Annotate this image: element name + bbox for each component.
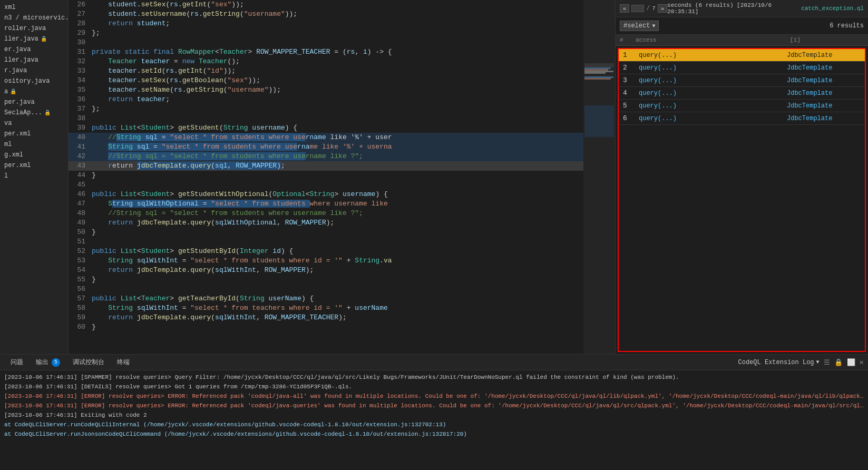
bottom-panel: 问题 输出 5 调试控制台 终端 CodeQL Extension Log ▼ … <box>0 354 868 470</box>
sidebar-item-label: ml <box>4 141 12 148</box>
right-panel-header: « 1 / 7 » seconds (6 results) [2023/10/6… <box>616 0 868 17</box>
svg-rect-0 <box>583 0 615 316</box>
maximize-icon[interactable]: ⬜ <box>847 358 855 367</box>
results-count: 6 results <box>830 22 864 30</box>
code-line-28: 28 return student; <box>69 19 583 28</box>
result-row-1[interactable]: 1 query(...) JdbcTemplate <box>619 49 865 62</box>
result-access-3: query(...) <box>639 77 787 84</box>
line-content-51 <box>92 237 583 247</box>
lock-icon-bottom[interactable]: 🔒 <box>834 358 843 367</box>
sidebar-item-per-xml[interactable]: per.xml <box>0 129 68 139</box>
col-header-access: access <box>636 37 790 43</box>
tab-problems[interactable]: 问题 <box>4 355 30 370</box>
line-content-35: teacher.setName(rs.getString("username")… <box>92 85 583 95</box>
result-row-3[interactable]: 3 query(...) JdbcTemplate <box>619 74 865 87</box>
code-line-49: 49 return jdbcTemplate.query(sqlWithOpti… <box>69 218 583 228</box>
line-number-26: 26 <box>69 0 92 9</box>
line-content-40: //String sql = "select * from students w… <box>92 133 583 142</box>
sidebar-item-a[interactable]: a 🔒 <box>0 86 68 97</box>
sidebar-item-n3-microservic[interactable]: n3 / microservic... <box>0 13 68 23</box>
results-table[interactable]: 1 query(...) JdbcTemplate 2 query(...) J… <box>618 48 866 352</box>
sidebar-item-controller[interactable]: roller.java <box>0 23 68 34</box>
code-line-41: 41 String sql = "select * from students … <box>69 142 583 152</box>
code-line-39: 39 public List<Student> getStudent(Strin… <box>69 123 583 133</box>
line-content-32: Teacher teacher = new Teacher(); <box>92 57 583 66</box>
sidebar-item-r[interactable]: r.java <box>0 65 68 76</box>
line-content-28: return student; <box>92 19 583 28</box>
lock-icon-3: 🔒 <box>44 110 51 116</box>
line-content-49: return jdbcTemplate.query(sqlWithOptiona… <box>92 218 583 228</box>
right-panel: « 1 / 7 » seconds (6 results) [2023/10/6… <box>615 0 868 354</box>
line-content-47: String sqlWithOptional = "select * from … <box>92 199 583 209</box>
tab-debug[interactable]: 调试控制台 <box>66 355 111 370</box>
log-line-5: [2023-10-06 17:46:31] Exiting with code … <box>4 410 864 420</box>
result-row-2[interactable]: 2 query(...) JdbcTemplate <box>619 62 865 74</box>
minimap <box>583 0 615 354</box>
code-line-47: 47 String sqlWithOptional = "select * fr… <box>69 199 583 209</box>
sidebar-item-per-xml2[interactable]: per.xml <box>0 160 68 171</box>
result-row-6[interactable]: 6 query(...) JdbcTemplate <box>619 112 865 125</box>
line-content-27: student.setUsername(rs.getString("userna… <box>92 9 583 19</box>
line-content-46: public List<Student> getStudentWithOptio… <box>92 190 583 199</box>
tab-terminal[interactable]: 终端 <box>111 355 136 370</box>
sidebar-item-controller2[interactable]: ller.java 🔒 <box>0 34 68 44</box>
svg-rect-5 <box>584 71 613 72</box>
code-line-33: 33 teacher.setId(rs.getInt("id")); <box>69 66 583 76</box>
sidebar-item-l[interactable]: l <box>0 171 68 181</box>
log-line-4: [2023-10-06 17:46:31] [ERROR] resolve qu… <box>4 401 864 410</box>
svg-rect-4 <box>584 69 608 71</box>
sidebar-item-secla[interactable]: SeclaAp... 🔒 <box>0 107 68 118</box>
result-type-3: JdbcTemplate <box>787 77 861 84</box>
sidebar-item-repository[interactable]: ository.java <box>0 76 68 86</box>
list-icon[interactable]: ☰ <box>824 358 830 367</box>
line-number-44: 44 <box>69 171 92 180</box>
result-type-5: JdbcTemplate <box>787 102 861 110</box>
code-line-57: 57 public List<Teacher> getTeacherById(S… <box>69 294 583 303</box>
sidebar-item-label: xml <box>4 4 16 11</box>
line-number-36: 36 <box>69 95 92 104</box>
line-content-44: } <box>92 171 583 180</box>
select-dropdown[interactable]: #select ▼ <box>620 21 659 31</box>
code-line-45: 45 <box>69 180 583 190</box>
line-content-36: return teacher; <box>92 95 583 104</box>
result-row-5[interactable]: 5 query(...) JdbcTemplate <box>619 100 865 112</box>
code-line-29: 29 }; <box>69 28 583 38</box>
pagination-next[interactable]: » <box>658 4 667 13</box>
result-row-4[interactable]: 4 query(...) JdbcTemplate <box>619 87 865 100</box>
sidebar-item-label: ository.java <box>4 77 50 85</box>
main-area: xml n3 / microservic... roller.java ller… <box>0 0 868 354</box>
codeql-label[interactable]: CodeQL Extension Log ▼ <box>738 359 820 366</box>
line-content-50: } <box>92 228 583 237</box>
code-container[interactable]: 26 student.setSex(rs.getInt("sex")); 27 … <box>69 0 583 354</box>
sidebar-item-er[interactable]: er.java <box>0 44 68 55</box>
line-content-58: String sqlWithInt = "select * from teach… <box>92 303 583 313</box>
result-access-6: query(...) <box>639 115 787 122</box>
result-type-2: JdbcTemplate <box>787 64 861 72</box>
sidebar-item-g-xml[interactable]: g.xml <box>0 150 68 160</box>
catch-link[interactable]: catch_exception.ql <box>801 5 864 12</box>
close-icon[interactable]: ✕ <box>860 358 864 367</box>
tab-output[interactable]: 输出 5 <box>30 355 66 370</box>
line-number-58: 58 <box>69 303 92 313</box>
result-num-1: 1 <box>623 51 639 59</box>
code-line-35: 35 teacher.setName(rs.getString("usernam… <box>69 85 583 95</box>
sidebar-item-label: n3 / microservic... <box>4 14 68 22</box>
svg-rect-6 <box>584 72 606 74</box>
line-number-32: 32 <box>69 57 92 66</box>
sidebar-item-label: SeclaAp... <box>4 109 42 116</box>
minimap-svg <box>583 0 615 316</box>
pagination-prev[interactable]: « <box>620 4 629 13</box>
log-line-2: [2023-10-06 17:46:31] [DETAILS] resolve … <box>4 382 864 391</box>
pagination-input[interactable]: 1 <box>631 5 644 12</box>
line-number-30: 30 <box>69 38 92 47</box>
tab-problems-label: 问题 <box>11 358 23 367</box>
line-content-42: //String sql = "select * from students w… <box>92 152 583 161</box>
sidebar-item-ml[interactable]: ml <box>0 139 68 150</box>
sidebar-item-va[interactable]: va <box>0 118 68 129</box>
sidebar-item-xml[interactable]: xml <box>0 2 68 13</box>
sidebar-item-label: ller.java <box>4 35 38 43</box>
sidebar-item-ller[interactable]: ller.java <box>0 55 68 65</box>
sidebar-item-per[interactable]: per.java <box>0 97 68 107</box>
result-access-4: query(...) <box>639 90 787 97</box>
code-line-36: 36 return teacher; <box>69 95 583 104</box>
